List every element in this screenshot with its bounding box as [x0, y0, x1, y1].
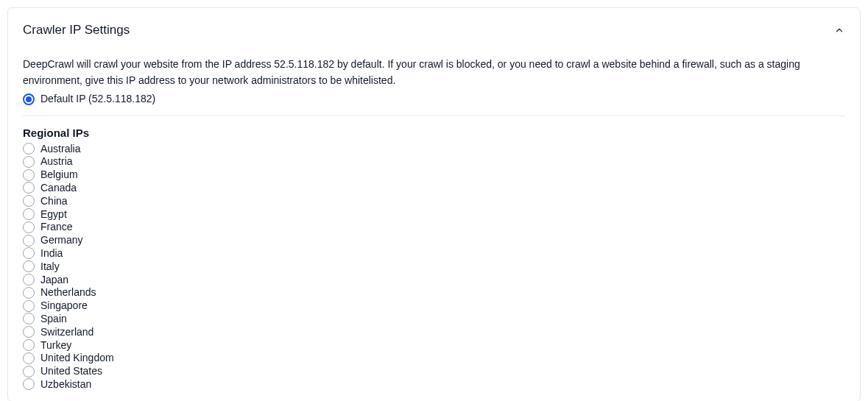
radio-icon[interactable]: [23, 235, 35, 246]
radio-label: France: [40, 221, 73, 233]
crawler-ip-settings-panel: Crawler IP Settings DeepCrawl will crawl…: [7, 7, 861, 401]
radio-icon[interactable]: [23, 300, 35, 312]
default-ip-option[interactable]: Default IP (52.5.118.182): [23, 93, 845, 105]
radio-label: Germany: [40, 234, 83, 246]
regional-ips-list: AustraliaAustriaBelgiumCanadaChinaEgyptF…: [23, 142, 845, 391]
radio-label: Turkey: [40, 339, 71, 352]
radio-icon[interactable]: [23, 326, 35, 338]
radio-label: Spain: [40, 313, 67, 325]
radio-icon[interactable]: [23, 352, 35, 364]
radio-label: Netherlands: [40, 286, 96, 299]
regional-ip-option[interactable]: Singapore: [23, 299, 845, 313]
regional-ip-option[interactable]: United Kingdom: [23, 352, 845, 365]
radio-label: United States: [40, 365, 102, 377]
radio-selected-icon[interactable]: [23, 93, 35, 105]
regional-ip-option[interactable]: Belgium: [23, 168, 845, 182]
panel-header[interactable]: Crawler IP Settings: [23, 23, 845, 38]
regional-ip-option[interactable]: United States: [23, 365, 845, 378]
regional-ip-option[interactable]: Switzerland: [23, 325, 845, 338]
radio-icon[interactable]: [23, 169, 35, 181]
regional-ip-option[interactable]: Uzbekistan: [23, 378, 845, 391]
radio-icon[interactable]: [23, 143, 35, 155]
radio-icon[interactable]: [23, 287, 35, 299]
radio-label: China: [40, 195, 68, 207]
regional-ip-option[interactable]: Canada: [23, 182, 845, 195]
radio-label: India: [40, 247, 63, 260]
regional-ip-option[interactable]: Germany: [23, 234, 845, 247]
radio-icon[interactable]: [23, 208, 35, 220]
regional-ip-option[interactable]: Australia: [23, 142, 845, 155]
radio-icon[interactable]: [23, 182, 35, 194]
radio-icon[interactable]: [23, 247, 35, 259]
radio-label: Belgium: [40, 168, 78, 181]
radio-icon[interactable]: [23, 339, 35, 351]
panel-description: DeepCrawl will crawl your website from t…: [23, 57, 845, 88]
radio-label: Australia: [40, 143, 80, 155]
regional-ip-option[interactable]: Japan: [23, 273, 845, 286]
radio-icon[interactable]: [23, 156, 35, 168]
regional-ip-option[interactable]: China: [23, 194, 845, 207]
regional-ip-option[interactable]: Austria: [23, 155, 845, 168]
radio-label: Switzerland: [40, 326, 93, 338]
radio-label: United Kingdom: [40, 352, 114, 364]
regional-ip-option[interactable]: Netherlands: [23, 286, 845, 299]
radio-label: Uzbekistan: [40, 378, 91, 391]
panel-title: Crawler IP Settings: [23, 23, 130, 38]
radio-icon[interactable]: [23, 195, 35, 207]
regional-ips-title: Regional IPs: [23, 127, 845, 139]
regional-ip-option[interactable]: France: [23, 221, 845, 234]
regional-ip-option[interactable]: Egypt: [23, 207, 845, 221]
radio-icon[interactable]: [23, 274, 35, 285]
chevron-up-icon[interactable]: [833, 24, 845, 36]
regional-ip-option[interactable]: Turkey: [23, 338, 845, 352]
radio-icon[interactable]: [23, 313, 35, 324]
regional-ip-option[interactable]: India: [23, 247, 845, 260]
radio-label: Default IP (52.5.118.182): [40, 93, 155, 105]
radio-label: Singapore: [40, 299, 88, 312]
radio-icon[interactable]: [23, 378, 35, 390]
radio-icon[interactable]: [23, 366, 35, 377]
radio-label: Austria: [40, 155, 73, 168]
radio-icon[interactable]: [23, 221, 35, 233]
radio-label: Japan: [40, 274, 68, 286]
regional-ip-option[interactable]: Spain: [23, 313, 845, 326]
radio-label: Canada: [40, 182, 77, 194]
regional-ip-option[interactable]: Italy: [23, 260, 845, 273]
radio-icon[interactable]: [23, 260, 35, 272]
radio-label: Egypt: [40, 208, 67, 221]
radio-label: Italy: [40, 260, 60, 273]
divider: [23, 116, 845, 116]
